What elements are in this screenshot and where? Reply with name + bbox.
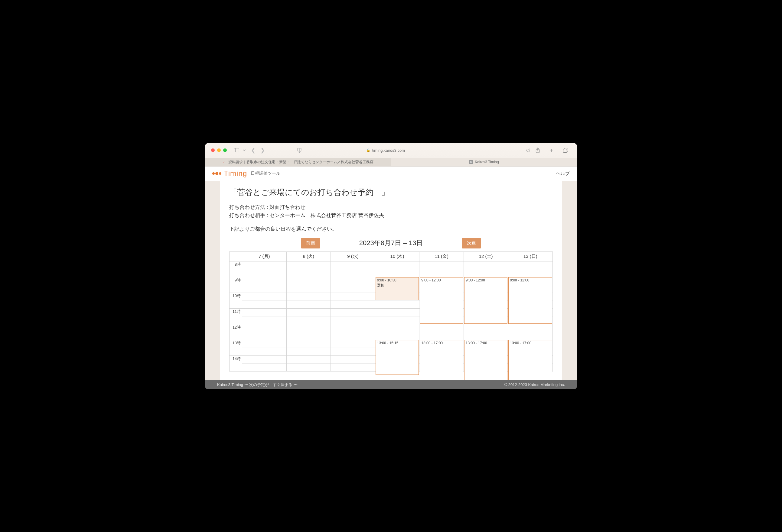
logo-dots-icon [212,172,221,175]
svg-rect-4 [563,149,567,152]
tab-favicon-icon: K [469,160,473,164]
url-text: timing.kairos3.com [372,148,405,153]
slot-time: 9:00 - 12:00 [421,278,462,282]
instruction-text: 下記よりご都合の良い日程を選んでください。 [229,226,553,232]
time-slot[interactable]: 13:00 - 17:00 [420,340,463,380]
slot-time: 9:00 - 12:00 [466,278,506,282]
page-title: 「菅谷とご来場にてのお打ち合わせ予約 」 [229,187,553,198]
svg-rect-0 [234,148,239,152]
app-header: Timing 日程調整ツール ヘルプ [205,166,577,181]
slot-time: 9:00 - 10:30 [377,278,418,282]
logo-subtitle: 日程調整ツール [251,171,280,176]
lock-icon: 🔒 [366,148,370,152]
hour-label: 14時 [233,356,241,362]
help-link[interactable]: ヘルプ [556,171,570,177]
footer-copyright: © 2012-2023 Kairos Marketing inc. [504,382,565,387]
calendar-day-column: 9:00 - 10:30選択13:00 - 15:15 [375,262,420,372]
calendar-day-header: 13 (日) [508,252,553,262]
calendar: 7 (月)8 (火)9 (水)10 (木)11 (金)12 (土)13 (日) … [229,252,553,380]
calendar-day-header: 8 (火) [287,252,331,262]
hour-label: 10時 [233,294,241,299]
week-range: 2023年8月7日 – 13日 [359,238,423,248]
time-slot[interactable]: 13:00 - 15:15 [376,340,419,375]
calendar-day-header: 11 (金) [419,252,464,262]
calendar-day-column: 9:00 - 12:0013:00 - 17:00 [508,262,553,372]
forward-button[interactable]: ❯ [260,147,265,154]
hour-label: 11時 [233,309,241,314]
calendar-day-column [242,262,287,372]
app-footer: Kairos3 Timing 〜 次の予定が、すぐ決まる 〜 © 2012-20… [205,380,577,389]
sidebar-toggle-icon[interactable] [232,147,241,154]
calendar-day-column: 9:00 - 12:0013:00 - 17:00 [464,262,508,372]
slot-time: 9:00 - 12:00 [510,278,551,282]
calendar-time-column: 8時9時10時11時12時13時14時 [229,262,242,372]
content: 「菅谷とご来場にてのお打ち合わせ予約 」 打ち合わせ方法 : 対面打ち合わせ 打… [220,181,562,380]
footer-tagline: Kairos3 Timing 〜 次の予定が、すぐ決まる 〜 [217,382,297,387]
calendar-day-header: 12 (土) [464,252,508,262]
calendar-day-column [331,262,375,372]
time-slot[interactable]: 9:00 - 10:30選択 [376,277,419,300]
meeting-method: 打ち合わせ方法 : 対面打ち合わせ [229,203,553,211]
meeting-partner: 打ち合わせ相手 : センターホーム 株式会社菅谷工務店 菅谷伊佐央 [229,211,553,220]
hour-label: 12時 [233,325,241,330]
browser-tabbar: ⌂ 資料請求｜香取市の注文住宅・新築・一戸建てならセンターホーム／株式会社菅谷工… [205,158,577,166]
slot-time: 13:00 - 15:15 [377,341,418,345]
next-week-button[interactable]: 次週 [462,238,481,249]
calendar-corner [229,252,242,262]
hour-label: 9時 [235,278,241,283]
prev-week-button[interactable]: 前週 [301,238,320,249]
slot-time: 13:00 - 17:00 [466,341,506,345]
slot-time: 13:00 - 17:00 [510,341,551,345]
reload-icon[interactable] [524,147,532,154]
hour-label: 13時 [233,341,241,346]
time-slot[interactable]: 9:00 - 12:00 [508,277,552,324]
chevron-down-icon[interactable] [242,147,247,154]
app-logo[interactable]: Timing 日程調整ツール [212,169,280,178]
browser-tab-0[interactable]: ⌂ 資料請求｜香取市の注文住宅・新築・一戸建てならセンターホーム／株式会社菅谷工… [205,158,391,166]
maximize-window-button[interactable] [223,148,227,152]
url-bar[interactable]: 🔒 timing.kairos3.com [366,148,405,153]
time-slot[interactable]: 9:00 - 12:00 [420,277,463,324]
new-tab-icon[interactable]: + [547,147,556,154]
share-icon[interactable] [533,147,542,154]
tab-title: Kairos3 Timing [475,160,499,164]
logo-text: Timing [224,169,247,178]
content-area: 「菅谷とご来場にてのお打ち合わせ予約 」 打ち合わせ方法 : 対面打ち合わせ 打… [205,181,577,380]
back-button[interactable]: ❮ [251,147,255,154]
slot-label: 選択 [377,283,418,288]
time-slot[interactable]: 13:00 - 17:00 [464,340,508,380]
time-slot[interactable]: 13:00 - 17:00 [508,340,552,380]
calendar-day-header: 10 (木) [375,252,420,262]
close-window-button[interactable] [211,148,215,152]
tab-favicon-icon: ⌂ [222,160,226,164]
week-navigation: 前週 2023年8月7日 – 13日 次週 [229,238,553,249]
time-slot[interactable]: 9:00 - 12:00 [464,277,508,324]
calendar-day-column [287,262,331,372]
calendar-day-header: 7 (月) [242,252,287,262]
calendar-day-column: 9:00 - 12:0013:00 - 17:00 [419,262,464,372]
hour-label: 8時 [235,262,241,267]
browser-window: ❮ ❯ 🔒 timing.kairos3.com + [205,143,577,389]
browser-titlebar: ❮ ❯ 🔒 timing.kairos3.com + [205,143,577,158]
tab-title: 資料請求｜香取市の注文住宅・新築・一戸建てならセンターホーム／株式会社菅谷工務店 [228,160,374,165]
tab-overview-icon[interactable] [561,147,570,154]
privacy-shield-icon[interactable] [295,147,304,154]
window-controls [211,148,227,152]
slot-time: 13:00 - 17:00 [421,341,462,345]
browser-tab-1[interactable]: K Kairos3 Timing [391,158,577,166]
minimize-window-button[interactable] [217,148,221,152]
calendar-day-header: 9 (水) [331,252,375,262]
